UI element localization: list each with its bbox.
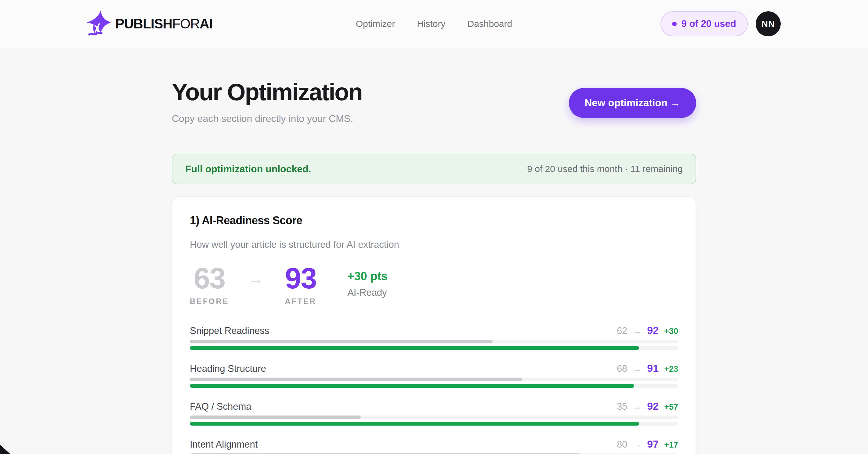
nav-item-history[interactable]: History — [417, 19, 445, 29]
metric-after-bar-fill — [190, 422, 639, 426]
metric-before-value: 80 — [617, 438, 627, 451]
mouse-cursor — [0, 445, 10, 454]
score-summary: 63 BEFORE → 93 AFTER +30 pts AI-Ready — [190, 264, 678, 306]
metric-delta-value: +17 — [664, 439, 678, 451]
metric-before-bar — [190, 378, 678, 381]
metric-before-bar-fill — [190, 378, 522, 381]
nav-item-dashboard[interactable]: Dashboard — [467, 19, 512, 29]
metric-after-bar — [190, 346, 678, 350]
metric-before-bar — [190, 340, 678, 343]
banner-usage-text: 9 of 20 used this month · 11 remaining — [527, 164, 683, 174]
ai-readiness-card: 1) AI-Readiness Score How well your arti… — [172, 196, 696, 454]
metric-row: FAQ / Schema35→92+57 — [190, 400, 678, 426]
score-after-value: 93 — [283, 264, 319, 292]
metric-values: 80→97+17 — [617, 438, 678, 451]
metric-before-value: 62 — [617, 325, 627, 337]
metric-row: Heading Structure68→91+23 — [190, 362, 678, 388]
arrow-right-icon: → — [633, 363, 642, 375]
score-delta-status: AI-Ready — [347, 287, 388, 298]
metric-row: Snippet Readiness62→92+30 — [190, 324, 678, 350]
score-before-label: BEFORE — [190, 297, 229, 306]
metric-delta-value: +30 — [664, 325, 678, 337]
arrow-right-icon: → — [248, 270, 264, 288]
metric-after-value: 92 — [647, 324, 659, 336]
unlock-banner: Full optimization unlocked. 9 of 20 used… — [172, 154, 696, 184]
metric-after-bar — [190, 422, 678, 426]
score-after: 93 AFTER — [283, 264, 319, 306]
score-after-label: AFTER — [283, 297, 319, 306]
user-avatar[interactable]: NN — [756, 11, 781, 36]
metrics-list: Snippet Readiness62→92+30Heading Structu… — [190, 324, 678, 454]
metric-delta-value: +57 — [664, 401, 678, 413]
metric-after-bar-fill — [190, 346, 639, 350]
metric-label: Intent Alignment — [190, 438, 257, 451]
usage-badge[interactable]: 9 of 20 used — [660, 11, 748, 36]
metric-row: Intent Alignment80→97+17 — [190, 438, 678, 454]
metric-before-bar-fill — [190, 416, 361, 419]
metric-delta-value: +23 — [664, 363, 678, 375]
nav-item-optimizer[interactable]: Optimizer — [356, 19, 395, 29]
arrow-right-icon: → — [633, 400, 642, 413]
page-subtitle: Copy each section directly into your CMS… — [172, 113, 362, 124]
card-description: How well your article is structured for … — [190, 239, 678, 250]
metric-label: FAQ / Schema — [190, 400, 251, 413]
metric-after-value: 91 — [647, 362, 659, 374]
metric-values: 35→92+57 — [617, 400, 678, 413]
score-before: 63 BEFORE — [190, 264, 229, 306]
score-before-value: 63 — [190, 264, 229, 292]
new-optimization-button[interactable]: New optimization → — [569, 88, 696, 118]
metric-after-value: 97 — [647, 438, 659, 450]
sparkle-pen-icon — [86, 10, 112, 38]
metric-values: 68→91+23 — [617, 362, 678, 375]
metric-before-bar — [190, 416, 678, 419]
page-title: Your Optimization — [172, 80, 362, 104]
main-nav: Optimizer History Dashboard — [356, 0, 512, 48]
brand-name: PUBLISHFORAI — [115, 16, 212, 31]
metric-before-bar-fill — [190, 340, 493, 343]
metric-after-bar — [190, 384, 678, 388]
score-delta-points: +30 pts — [347, 270, 388, 283]
metric-before-value: 68 — [617, 363, 627, 375]
metric-after-bar-fill — [190, 384, 634, 388]
banner-message: Full optimization unlocked. — [185, 164, 311, 175]
brand-logo[interactable]: PUBLISHFORAI — [86, 10, 212, 38]
usage-badge-label: 9 of 20 used — [682, 18, 736, 29]
page-head: Your Optimization Copy each section dire… — [172, 80, 696, 124]
metric-after-value: 92 — [647, 400, 659, 412]
card-title: 1) AI-Readiness Score — [190, 214, 678, 227]
arrow-right-icon: → — [633, 325, 642, 337]
metric-before-value: 35 — [617, 400, 627, 413]
header-right: 9 of 20 used NN — [660, 11, 781, 36]
arrow-right-icon: → — [633, 438, 642, 451]
score-delta: +30 pts AI-Ready — [347, 270, 388, 298]
usage-dot-icon — [672, 22, 677, 26]
metric-label: Heading Structure — [190, 363, 266, 375]
metric-label: Snippet Readiness — [190, 325, 269, 337]
main-content: Your Optimization Copy each section dire… — [172, 80, 696, 454]
app-header: PUBLISHFORAI Optimizer History Dashboard… — [0, 0, 868, 48]
metric-values: 62→92+30 — [617, 324, 678, 337]
